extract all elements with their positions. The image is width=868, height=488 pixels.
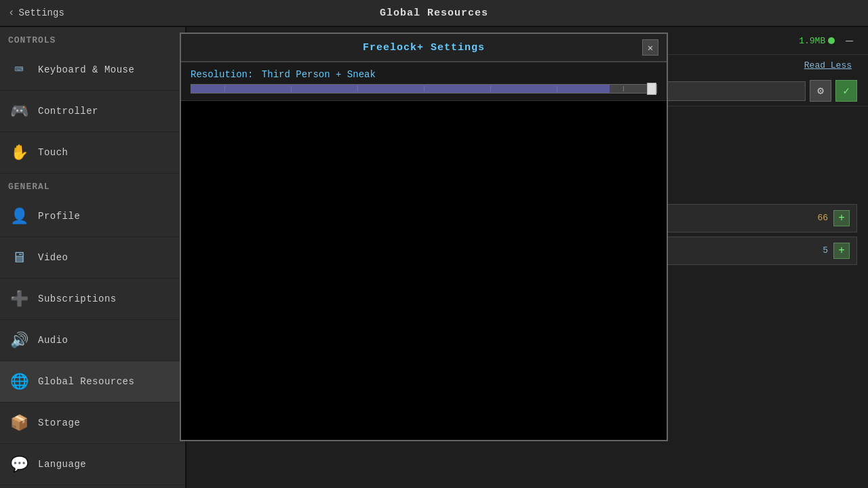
subscriptions-icon: ➕ xyxy=(8,288,30,310)
language-icon: 💬 xyxy=(8,453,30,475)
confirm-check-button[interactable]: ✓ xyxy=(835,80,857,102)
global-resources-icon: 🌐 xyxy=(8,371,30,392)
audio-label: Audio xyxy=(38,335,68,346)
sidebar-item-subscriptions[interactable]: ➕ Subscriptions xyxy=(0,279,185,320)
sidebar-item-video[interactable]: 🖥 Video xyxy=(0,237,185,279)
resolution-slider-fill xyxy=(191,85,610,93)
resolution-text-prefix: Resolution: xyxy=(191,69,253,80)
sidebar: Controls ⌨ Keyboard & Mouse 🎮 Controller… xyxy=(0,27,186,488)
resource-1-add-button[interactable]: + xyxy=(833,210,850,226)
top-bar: ‹ Settings Global Resources xyxy=(0,0,868,27)
controller-label: Controller xyxy=(38,106,98,117)
storage-icon: 📦 xyxy=(8,412,30,434)
back-label: Settings xyxy=(19,7,64,18)
resolution-value: Third Person + Sneak xyxy=(262,69,376,80)
resolution-label: Resolution: Third Person + Sneak xyxy=(191,69,657,80)
profile-icon: 👤 xyxy=(8,205,30,227)
video-label: Video xyxy=(38,252,68,263)
subscriptions-label: Subscriptions xyxy=(38,293,117,304)
storage-label: Storage xyxy=(38,418,80,428)
sidebar-item-keyboard-mouse[interactable]: ⌨ Keyboard & Mouse xyxy=(0,49,185,91)
freelock-modal-header: Freelock+ Settings ✕ xyxy=(181,34,667,62)
resolution-bar: Resolution: Third Person + Sneak xyxy=(181,62,667,101)
minimize-button[interactable]: — xyxy=(842,33,857,49)
resolution-slider-container xyxy=(191,84,657,94)
sidebar-item-audio[interactable]: 🔊 Audio xyxy=(0,320,185,361)
sidebar-item-language[interactable]: 💬 Language xyxy=(0,444,185,485)
back-button[interactable]: ‹ Settings xyxy=(8,7,64,19)
back-chevron-icon: ‹ xyxy=(8,7,15,19)
touch-label: Touch xyxy=(38,147,68,158)
controller-icon: 🎮 xyxy=(8,100,30,122)
memory-label: 1.9MB xyxy=(799,36,825,46)
memory-badge: 1.9MB xyxy=(799,36,835,46)
sidebar-item-profile[interactable]: 👤 Profile xyxy=(0,196,185,237)
sidebar-item-storage[interactable]: 📦 Storage xyxy=(0,403,185,444)
memory-status-dot xyxy=(828,37,835,44)
language-label: Language xyxy=(38,459,86,470)
sidebar-item-touch[interactable]: ✋ Touch xyxy=(0,132,185,174)
freelock-modal-title: Freelock+ Settings xyxy=(205,42,642,54)
resource-2-add-button[interactable]: + xyxy=(833,243,850,259)
tick-7 xyxy=(623,86,624,92)
resource-2-count: 5 xyxy=(823,245,828,256)
freelock-modal-content xyxy=(181,101,667,440)
resolution-slider-track[interactable] xyxy=(191,84,657,94)
page-title: Global Resources xyxy=(380,7,488,19)
read-less-button[interactable]: Read Less xyxy=(799,58,857,73)
video-icon: 🖥 xyxy=(8,247,30,268)
global-resources-label: Global Resources xyxy=(38,376,134,387)
keyboard-icon: ⌨ xyxy=(8,59,30,81)
profile-label: Profile xyxy=(38,211,80,222)
touch-icon: ✋ xyxy=(8,142,30,163)
freelock-modal: Freelock+ Settings ✕ Resolution: Third P… xyxy=(180,33,668,441)
resource-item-1-right: 66 + xyxy=(817,210,850,226)
resolution-slider-thumb[interactable] xyxy=(647,83,656,95)
sidebar-item-controller[interactable]: 🎮 Controller xyxy=(0,91,185,132)
controls-section-header: Controls xyxy=(0,27,185,49)
audio-icon: 🔊 xyxy=(8,329,30,351)
general-section-header: General xyxy=(0,174,185,196)
resource-item-2-right: 5 + xyxy=(823,243,850,259)
freelock-close-button[interactable]: ✕ xyxy=(642,39,658,56)
resource-1-count: 66 xyxy=(817,213,828,223)
sidebar-item-global-resources[interactable]: 🌐 Global Resources xyxy=(0,361,185,403)
settings-gear-button[interactable]: ⚙ xyxy=(810,80,831,102)
keyboard-mouse-label: Keyboard & Mouse xyxy=(38,64,134,75)
